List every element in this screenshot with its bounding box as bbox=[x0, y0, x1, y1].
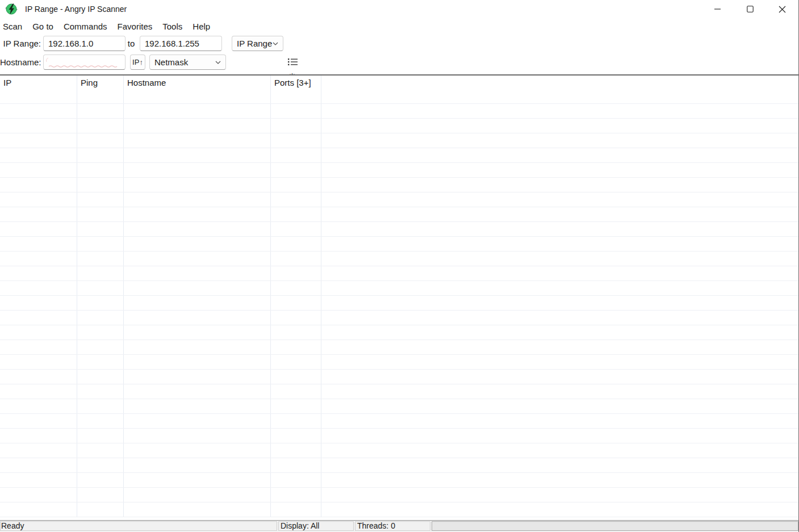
menu-help[interactable]: Help bbox=[193, 22, 210, 31]
minimize-button[interactable] bbox=[701, 0, 734, 18]
to-label: to bbox=[126, 39, 136, 48]
feeder-select[interactable]: IP Range bbox=[232, 36, 283, 51]
chevron-down-icon bbox=[215, 61, 221, 64]
title-bar: IP Range - Angry IP Scanner bbox=[0, 0, 799, 18]
ip-range-to-input[interactable] bbox=[140, 36, 222, 51]
netmask-select-value: Netmask bbox=[154, 57, 188, 67]
menu-bar: Scan Go to Commands Favorites Tools Help bbox=[0, 18, 799, 35]
menu-scan[interactable]: Scan bbox=[3, 22, 22, 31]
netmask-select[interactable]: Netmask bbox=[149, 55, 226, 70]
table-body bbox=[0, 89, 799, 517]
close-button[interactable] bbox=[766, 0, 798, 18]
column-header-hostname[interactable]: Hostname bbox=[124, 76, 271, 89]
hostname-label: Hostname: bbox=[0, 57, 41, 67]
table-header: IPPingHostnamePorts [3+] bbox=[0, 76, 799, 89]
ip-range-from-input[interactable] bbox=[43, 36, 126, 51]
chevron-down-icon bbox=[273, 42, 278, 45]
angry-ip-scanner-logo-icon bbox=[5, 2, 18, 16]
hostname-input[interactable] bbox=[43, 55, 126, 70]
status-display-filter[interactable]: Display: All bbox=[278, 521, 354, 531]
caption-buttons bbox=[701, 0, 798, 18]
status-threads-count: Threads: 0 bbox=[355, 521, 430, 531]
feeder-select-value: IP Range bbox=[237, 39, 272, 48]
column-header-ping[interactable]: Ping bbox=[77, 76, 124, 89]
fetchers-list-icon[interactable] bbox=[287, 57, 299, 67]
status-bar: Ready Display: All Threads: 0 bbox=[0, 520, 799, 532]
menu-goto[interactable]: Go to bbox=[32, 22, 53, 31]
menu-commands[interactable]: Commands bbox=[64, 22, 107, 31]
maximize-button[interactable] bbox=[734, 0, 766, 18]
column-header-ports-3[interactable]: Ports [3+] bbox=[271, 76, 321, 89]
progress-bar bbox=[432, 521, 798, 531]
column-header-ip[interactable]: IP bbox=[0, 76, 77, 89]
menu-tools[interactable]: Tools bbox=[162, 22, 182, 31]
status-state: Ready bbox=[0, 521, 277, 531]
menu-favorites[interactable]: Favorites bbox=[118, 22, 153, 31]
ip-range-label: IP Range: bbox=[0, 39, 41, 48]
window-title: IP Range - Angry IP Scanner bbox=[25, 5, 127, 14]
scan-results-table: IPPingHostnamePorts [3+] bbox=[0, 76, 799, 520]
toolbar: IP Range: to IP Range ⚙ Hostname: IP↑ Ne… bbox=[0, 34, 799, 76]
ip-up-netmask-button[interactable]: IP↑ bbox=[130, 55, 145, 70]
